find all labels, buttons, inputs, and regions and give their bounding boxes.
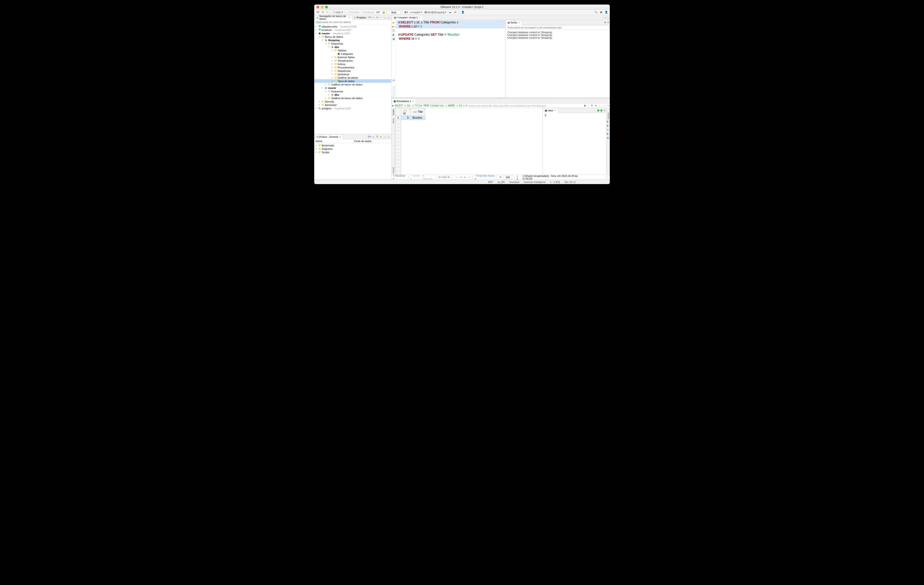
filter-icon[interactable]: ▼ — [594, 104, 597, 107]
last-icon[interactable]: ⇥ — [468, 176, 471, 179]
expand-icon[interactable]: ⤢ — [465, 104, 467, 107]
export-button[interactable]: ↗ Exportar dados ▾ — [475, 174, 495, 180]
tab-navigator[interactable]: ▤ Navegador de banco de dados ✕ — [314, 15, 352, 20]
tree-item-procs[interactable]: ▸📁Procedimentos — [314, 66, 391, 69]
first-icon[interactable]: ⇤ — [455, 176, 458, 179]
conn-type-button[interactable]: ◧▾ — [404, 10, 409, 14]
tree-item-tabelas[interactable]: ▾📁Tabelas — [314, 49, 391, 52]
tree-item-postgres[interactable]: ▸🐘postgres - localhost:5432 — [314, 107, 391, 110]
refresh-icon[interactable]: ↺▾ — [368, 16, 371, 19]
run-script-icon[interactable]: ▶▸ — [392, 25, 395, 28]
gear-icon[interactable]: ⚙▾ — [368, 135, 371, 138]
minimize-icon[interactable]: — — [383, 16, 386, 19]
project-bookmarks[interactable]: ▸📁Bookmarks — [314, 143, 391, 147]
filter-placeholder[interactable]: Insira uma expressão SQL para filtrar os… — [469, 104, 583, 107]
chevron-down-icon[interactable]: ▾ — [607, 21, 610, 24]
clear-icon[interactable]: ⊗ — [604, 21, 607, 24]
del-row-icon[interactable]: ☰- — [447, 176, 450, 179]
maximize-icon[interactable]: □ — [387, 135, 390, 138]
explain-icon[interactable]: ☰ — [393, 29, 395, 32]
tree-item-datatypes[interactable]: ▸📁Tipos de dados — [314, 79, 391, 83]
tree-item-administer[interactable]: ▸📁Administer — [314, 103, 391, 107]
cloud-button[interactable]: ☁ — [448, 10, 452, 14]
tree-item-db-triggers2[interactable]: ▸📁Gatilhos do banco de dados — [314, 96, 391, 100]
tree-item-shopping[interactable]: ▾▣Shopping — [314, 38, 391, 42]
close-icon[interactable] — [317, 6, 319, 8]
tab-value[interactable]: ▦ Valor ✕ — [543, 108, 558, 113]
sql-editor[interactable]: ⊖SELECT c.Id, c.Title FROM Categories c … — [396, 20, 505, 97]
cell-title[interactable]: Blusões — [411, 116, 426, 120]
tab-output[interactable]: ▤ Saída ✕ — [505, 20, 522, 25]
col-title[interactable]: ABC Title▾ — [411, 108, 426, 116]
tab-script[interactable]: ▤ *<master> Script-1 ✕ — [392, 15, 423, 20]
tab-project[interactable]: ▤ Project - General ✕ — [314, 134, 343, 139]
tree-item-etiqueta[interactable]: ▸🐬etiqueta-certa - localhost:3306 — [314, 25, 391, 28]
stop-icon[interactable]: ▣ — [393, 37, 395, 40]
close-icon[interactable]: ✕ — [412, 100, 414, 102]
save-button[interactable]: ✓ Salvar ▾ — [410, 174, 421, 180]
panel-icon[interactable]: ☰ — [607, 129, 610, 131]
tree-item-bancos[interactable]: ▾📁Banco de dados — [314, 35, 391, 38]
menu-icon[interactable]: ⋯ — [380, 16, 383, 19]
project-scripts[interactable]: ▸📁Scripts — [314, 150, 391, 154]
perspective-button[interactable]: ▦ — [599, 10, 603, 14]
project-diagrams[interactable]: ▸📁Diagrams — [314, 147, 391, 150]
col-name[interactable]: Nome — [314, 139, 353, 143]
tab-texto[interactable]: Texto — [392, 119, 394, 124]
plan-icon[interactable]: ◧ — [393, 33, 395, 36]
close-icon[interactable]: ✕ — [518, 21, 520, 24]
tree-item-categories[interactable]: ▦Categories — [314, 52, 391, 56]
tree-item-esquemas2[interactable]: ▾📁Esquemas — [314, 89, 391, 93]
doc-icon[interactable]: 📄 — [392, 86, 395, 89]
tree-item-master2[interactable]: ▾▣master — [314, 86, 391, 89]
next-icon[interactable]: → — [602, 104, 606, 107]
panel-icon[interactable]: ◧ — [607, 132, 610, 135]
gear-icon[interactable]: ⚙ — [393, 79, 395, 82]
rownum-cell[interactable]: 1 — [395, 116, 401, 120]
tree-item-master[interactable]: ▾▦master - localhost:1433 — [314, 31, 391, 35]
edit-icon[interactable]: ▣ — [600, 109, 603, 112]
rownum-header[interactable] — [395, 108, 401, 116]
maximize-icon[interactable]: □ — [387, 16, 390, 19]
cell-id[interactable]: 3 — [401, 116, 411, 120]
search-button[interactable]: 🔍 — [593, 10, 599, 14]
tree-filter-input[interactable] — [314, 20, 391, 24]
tab-projects[interactable]: ▤ Projetos — [352, 15, 368, 20]
maximize-icon[interactable]: □ — [607, 16, 610, 19]
rows-input[interactable] — [503, 175, 512, 179]
home-button[interactable]: ⌂▾ — [453, 10, 458, 14]
apply-filter-icon[interactable]: ▶ — [584, 104, 587, 107]
close-icon[interactable]: ✕ — [339, 136, 341, 138]
close-icon[interactable]: ✕ — [554, 109, 556, 112]
tree-item-esquemas[interactable]: ▾📁Esquemas — [314, 42, 391, 45]
prev-icon[interactable]: ← — [599, 104, 602, 107]
prev-icon[interactable]: ◀ — [459, 176, 462, 179]
next-icon[interactable]: ▶ — [464, 176, 466, 179]
close-icon[interactable]: ✕ — [419, 16, 421, 19]
panel-icon[interactable]: ◧ — [607, 124, 610, 127]
save-icon[interactable]: ▣ — [597, 109, 600, 112]
tree-item-security[interactable]: ▸📁Security — [314, 100, 391, 103]
results-grid[interactable]: 123 Id▾ ABC Title▾ 1 3 Blusões — [395, 108, 543, 175]
minimize-icon[interactable]: — — [604, 16, 607, 19]
panel-icon[interactable]: ◧ — [607, 120, 610, 123]
tree-item-dbo2[interactable]: ▸▣dbo — [314, 93, 391, 96]
table-row[interactable]: 1 3 Blusões — [395, 116, 426, 120]
tree-item-synonyms[interactable]: ▸📁Sinônimos — [314, 73, 391, 76]
menu-icon[interactable]: ≡ — [607, 104, 610, 107]
user-button[interactable]: 👤 — [460, 10, 465, 14]
txn-button[interactable]: ⇄▾ — [375, 10, 381, 14]
close-icon[interactable]: ✕ — [348, 16, 350, 19]
col-source[interactable]: Fonte de dados — [353, 139, 391, 143]
tree-item-triggers[interactable]: ▸📁Gatilhos da tabela — [314, 76, 391, 79]
tab-grade[interactable]: Grade — [392, 109, 394, 115]
rollback-button[interactable]: ☐ Rollback — [361, 10, 375, 14]
tree-item-dbo[interactable]: ▾▣dbo — [314, 45, 391, 49]
more-icon[interactable]: ≡ — [603, 109, 606, 112]
doc-add-icon[interactable]: 📄 — [392, 94, 395, 97]
link-icon[interactable]: ⇔ — [376, 16, 379, 19]
run-icon[interactable]: ▶ — [393, 21, 395, 24]
dup-row-icon[interactable]: ☰☰ — [443, 176, 446, 179]
refresh-button[interactable]: ↻ Atualizar ▾ — [393, 174, 406, 180]
maximize-icon[interactable] — [325, 6, 328, 8]
